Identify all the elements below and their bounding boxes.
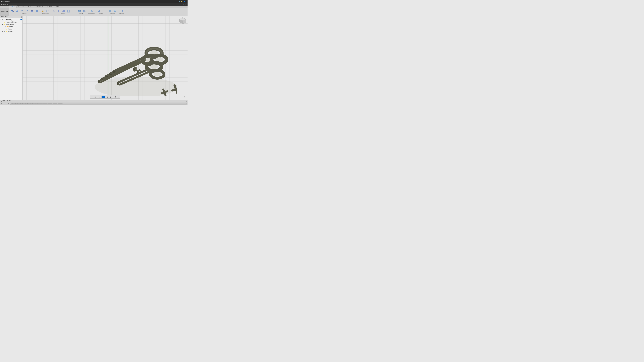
- snap-btn[interactable]: ◈: [117, 96, 120, 98]
- inspect-label[interactable]: INSPECT ▾: [99, 13, 104, 14]
- revolve-btn[interactable]: [20, 9, 24, 13]
- construct-label[interactable]: CONSTRUCT ▾: [88, 13, 95, 14]
- home-btn[interactable]: ⌂: [98, 96, 100, 98]
- timeline-frame-btn-10[interactable]: ▸: [26, 103, 27, 104]
- timeline-frame-btn-13[interactable]: ▸: [31, 103, 32, 104]
- timeline-frame-btn-6[interactable]: ▸: [19, 103, 20, 104]
- insert-btn2[interactable]: [112, 9, 117, 13]
- select-label[interactable]: SELECT ▾: [119, 13, 124, 14]
- sketches-arrow: ▶: [2, 31, 4, 32]
- timeline-frame-btn-11[interactable]: ▸: [28, 103, 29, 104]
- inspect-btn1[interactable]: [97, 9, 101, 13]
- fillet-btn[interactable]: [56, 9, 61, 13]
- assemble-btn1[interactable]: [77, 9, 82, 13]
- modify-label[interactable]: MODIFY ▾: [61, 13, 66, 14]
- construct-btn[interactable]: [90, 9, 94, 13]
- view-mode-btn[interactable]: ⬚: [102, 96, 105, 98]
- timeline-frame-btn-30[interactable]: ▸: [59, 103, 61, 104]
- more-modify-btn[interactable]: [71, 9, 76, 13]
- look-at-btn[interactable]: ◎: [94, 96, 96, 98]
- select-btn[interactable]: [119, 9, 124, 13]
- tab-utilities[interactable]: UTILITIES: [54, 5, 63, 8]
- insert-label[interactable]: INSERT ▾: [110, 13, 115, 14]
- maximize-button[interactable]: □: [182, 3, 184, 5]
- timeline-frame-btn-16[interactable]: ▸: [36, 103, 37, 104]
- timeline-frame-btn-28[interactable]: ▸: [56, 103, 58, 104]
- tree-doc-settings[interactable]: ▶ 📁 Document Settings: [0, 21, 22, 23]
- timeline-frame-btn-27[interactable]: ▸: [54, 103, 56, 104]
- loft-btn[interactable]: [30, 9, 34, 13]
- timeline-frame-btn-8[interactable]: ▸: [22, 103, 24, 104]
- timeline-frame-btn-26[interactable]: ▸: [52, 103, 54, 104]
- joint-icon: [83, 9, 86, 12]
- tree-root[interactable]: ▾ 👁 📄 (Unsaved) +: [0, 18, 22, 21]
- timeline-prev-btn[interactable]: ⏮: [0, 103, 2, 105]
- tree-sketches[interactable]: ▶ 👁 📁 Sketches: [0, 30, 22, 32]
- new-component-btn[interactable]: [10, 9, 15, 13]
- chamfer-btn[interactable]: [61, 9, 66, 13]
- joint-btn[interactable]: [82, 9, 87, 13]
- automate-btn2[interactable]: [46, 9, 50, 13]
- close-button[interactable]: ✕: [185, 3, 186, 5]
- browser-collapse-arrow[interactable]: ◁: [20, 16, 22, 18]
- assemble-label[interactable]: ASSEMBLE ▾: [79, 13, 85, 14]
- timeline-frame-btn-22[interactable]: ▸: [46, 103, 48, 104]
- nav-arrow[interactable]: ➤: [184, 96, 186, 98]
- timeline-back-btn[interactable]: ◀: [3, 103, 5, 105]
- tab-sheet-metal[interactable]: SHEET METAL: [33, 5, 45, 8]
- outer-bell-icon[interactable]: 🔔: [181, 1, 183, 2]
- minimize-button[interactable]: —: [180, 3, 182, 5]
- more-create-btn[interactable]: [34, 9, 39, 13]
- timeline-frame-btn-3[interactable]: ▸: [14, 103, 16, 104]
- insert-btn1[interactable]: [108, 9, 112, 13]
- timeline-frame-btn-9[interactable]: ▸: [24, 103, 26, 104]
- timeline-frame-btn-24[interactable]: ▸: [49, 103, 51, 104]
- automate-label[interactable]: AUTOMATE ▾: [42, 13, 48, 14]
- timeline-track[interactable]: ▸ ▸ ▸ ▸ ▸ ▸ ▸ ▸ ▸ ▸ ▸ ▸ ▸ ▸ ▸ ▸ ▸ ▸ ▸ ▸ …: [10, 103, 186, 105]
- shell-btn[interactable]: [66, 9, 71, 13]
- tree-origin[interactable]: ▶ 👁 📂 Origin: [0, 25, 22, 28]
- comments-collapse[interactable]: ◁: [186, 100, 186, 102]
- extrude-btn[interactable]: [15, 9, 20, 13]
- tree-bodies[interactable]: ▶ 👁 📁 Bodies: [0, 28, 22, 30]
- timeline-frame-btn-2[interactable]: ▸: [12, 103, 14, 104]
- timeline-frame-btn-25[interactable]: ▸: [51, 103, 52, 104]
- timeline-frame-btn-23[interactable]: ▸: [48, 103, 49, 104]
- timeline-frame-btn-5[interactable]: ▸: [18, 103, 19, 104]
- create-label[interactable]: CREATE ▾: [22, 13, 27, 14]
- outer-help-icon[interactable]: ?: [186, 1, 186, 2]
- timeline-frame-btn-12[interactable]: ▸: [29, 103, 31, 104]
- timeline-frame-btn-14[interactable]: ▸: [32, 103, 34, 104]
- timeline-frame-btn-15[interactable]: ▸: [34, 103, 36, 104]
- press-pull-btn[interactable]: [52, 9, 56, 13]
- outer-search-icon[interactable]: 🔍: [179, 1, 180, 2]
- tab-surface[interactable]: SURFACE: [16, 5, 26, 8]
- timeline-frame-btn-17[interactable]: ▸: [38, 103, 39, 104]
- timeline-frame-btn-29[interactable]: ▸: [58, 103, 59, 104]
- viewport[interactable]: TOP FRONT RIGHT ⊕ ◎ ⌂ ⬚ ◻ ◼ ⊞ ◈ ➤: [22, 16, 188, 100]
- display-btn[interactable]: ◻: [106, 96, 109, 98]
- orbit-btn[interactable]: ⊕: [91, 96, 93, 98]
- timeline-frame-btn-20[interactable]: ▸: [42, 103, 44, 104]
- tab-solid[interactable]: SOLID: [9, 5, 16, 8]
- timeline-frame-btn-18[interactable]: ▸: [39, 103, 41, 104]
- automate-btn1[interactable]: [40, 9, 45, 13]
- timeline-frame-btn-19[interactable]: ▸: [41, 103, 42, 104]
- grid-toggle-btn[interactable]: ⊞: [114, 96, 116, 98]
- timeline-play-btn[interactable]: ▶: [5, 103, 7, 105]
- effects-btn[interactable]: ◼: [110, 96, 112, 98]
- view-cube[interactable]: TOP FRONT RIGHT: [179, 17, 186, 24]
- timeline-frame-btn-4[interactable]: ▸: [16, 103, 17, 104]
- tab-plastic[interactable]: PLASTIC: [45, 5, 54, 8]
- timeline-frame-btn-31[interactable]: ⊕: [61, 103, 62, 104]
- outer-user-icon[interactable]: 👤: [184, 1, 185, 2]
- timeline-frame-btn-1[interactable]: ▸: [11, 103, 12, 104]
- inspect-btn2[interactable]: [102, 9, 106, 13]
- timeline-next-btn[interactable]: ⏭: [8, 103, 10, 105]
- tree-named-views[interactable]: ▶ 📁 Named Views: [0, 23, 22, 25]
- design-dropdown[interactable]: DESIGN ▾: [0, 8, 9, 15]
- tab-mesh[interactable]: MESH: [26, 5, 33, 8]
- timeline-frame-btn-21[interactable]: ▸: [44, 103, 46, 104]
- sweep-btn[interactable]: [25, 9, 29, 13]
- timeline-frame-btn-7[interactable]: ▸: [21, 103, 22, 104]
